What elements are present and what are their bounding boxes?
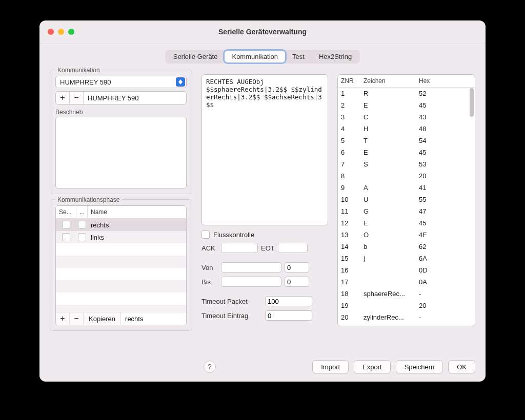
bis-a-input[interactable] — [221, 277, 281, 287]
cell-znr: 3 — [338, 113, 360, 121]
cell-zeichen: C — [360, 113, 416, 121]
table-row[interactable]: 2E45 — [338, 99, 475, 111]
copy-phase-field[interactable] — [121, 312, 186, 325]
von-row: Von — [201, 262, 328, 272]
bis-b-input[interactable] — [285, 277, 309, 287]
hdr-zeichen[interactable]: Zeichen — [360, 77, 416, 85]
table-row[interactable]: 1920 — [338, 300, 475, 311]
table-row[interactable]: 10U55 — [338, 194, 475, 205]
export-button[interactable]: Export — [354, 360, 391, 373]
hdr-hex[interactable]: Hex — [416, 77, 443, 85]
timeout-eintrag-row: Timeout Eintrag — [201, 310, 328, 321]
table-row[interactable]: 9A41 — [338, 182, 475, 194]
tab-hex2string[interactable]: Hex2String — [312, 51, 359, 62]
table-row[interactable]: 13O4F — [338, 229, 475, 241]
remove-phase-button[interactable]: − — [70, 312, 84, 325]
tab-serial-devices[interactable]: Serielle Geräte — [166, 51, 225, 62]
phase-row-check2[interactable] — [78, 221, 86, 229]
copy-phase-field-wrap — [121, 312, 186, 325]
phase-row-name: links — [88, 234, 186, 241]
ack-label: ACK — [201, 244, 218, 252]
phase-hdr-se[interactable]: Se... — [56, 206, 76, 218]
save-button[interactable]: Speichern — [396, 360, 443, 373]
table-row[interactable]: 7S53 — [338, 158, 475, 170]
phase-row — [56, 256, 186, 268]
titlebar: Serielle Geräteverwaltung — [39, 20, 486, 44]
tab-communication[interactable]: Kommunikation — [225, 51, 285, 62]
phase-list: Se... ... Name rechtslinks + − Kopieren — [55, 205, 187, 325]
table-row[interactable]: 1R52 — [338, 88, 475, 99]
table-row[interactable]: 15j6A — [338, 253, 475, 264]
table-row[interactable]: 18sphaereRec...- — [338, 288, 475, 300]
cell-hex: 47 — [416, 207, 443, 215]
cell-znr: 6 — [338, 149, 360, 156]
hdr-znr[interactable]: ZNR — [338, 77, 360, 85]
phase-row-check1[interactable] — [62, 233, 70, 241]
beschrieb-label: Beschrieb — [55, 109, 187, 116]
ack-input[interactable] — [221, 243, 258, 253]
table-row[interactable]: 6E45 — [338, 146, 475, 158]
table-row[interactable]: 160D — [338, 264, 475, 276]
table-row[interactable]: 3C43 — [338, 111, 475, 123]
cell-znr: 2 — [338, 101, 360, 109]
phase-row — [56, 280, 186, 292]
cell-znr: 18 — [338, 290, 360, 298]
tab-test[interactable]: Test — [285, 51, 312, 62]
scrollbar-thumb[interactable] — [470, 88, 474, 117]
table-row[interactable]: 820 — [338, 170, 475, 182]
beschrieb-textarea[interactable] — [55, 117, 187, 188]
table-scrollbar[interactable] — [470, 88, 474, 324]
cell-hex: 0D — [416, 266, 443, 274]
help-button[interactable]: ? — [204, 361, 216, 373]
cell-zeichen: H — [360, 125, 416, 133]
phase-row[interactable]: rechts — [56, 219, 186, 231]
table-row[interactable]: 4H48 — [338, 123, 475, 135]
flusskontrolle-checkbox[interactable] — [201, 230, 210, 239]
window: Serielle Geräteverwaltung Serielle Gerät… — [39, 20, 486, 382]
cell-hex: 53 — [416, 160, 443, 168]
zoom-icon[interactable] — [68, 29, 74, 35]
phase-hdr-dots[interactable]: ... — [76, 206, 88, 218]
cell-zeichen: zylinderRec... — [360, 313, 416, 321]
minimize-icon[interactable] — [58, 29, 64, 35]
device-combo[interactable]: HUMPHREY 590 — [55, 76, 187, 88]
cell-hex: 45 — [416, 149, 443, 156]
cell-zeichen: T — [360, 137, 416, 144]
table-row[interactable]: 12E45 — [338, 217, 475, 229]
cell-znr: 16 — [338, 266, 360, 274]
phase-list-header: Se... ... Name — [56, 206, 186, 219]
phase-row-check2[interactable] — [78, 233, 86, 241]
right-column: ZNR Zeichen Hex 1R522E453C434H485T546E45… — [337, 74, 475, 331]
add-device-button[interactable]: + — [56, 92, 70, 104]
eot-input[interactable] — [278, 243, 308, 253]
timeout-eintrag-input[interactable] — [265, 310, 312, 321]
timeout-packet-label: Timeout Packet — [201, 298, 262, 305]
von-a-input[interactable] — [221, 262, 281, 272]
close-icon[interactable] — [48, 29, 54, 35]
phase-row — [56, 268, 186, 280]
remove-device-button[interactable]: − — [70, 92, 84, 104]
phase-hdr-name[interactable]: Name — [88, 206, 186, 218]
import-button[interactable]: Import — [312, 360, 349, 373]
cell-znr: 12 — [338, 219, 360, 227]
phase-row[interactable]: links — [56, 231, 186, 243]
copy-phase-button[interactable]: Kopieren — [84, 312, 121, 325]
table-row[interactable]: 5T54 — [338, 135, 475, 146]
von-b-input[interactable] — [285, 262, 309, 272]
phase-row-check1[interactable] — [62, 221, 70, 229]
table-row[interactable]: 170A — [338, 276, 475, 288]
code-textarea[interactable]: RECHTES AUGEObj $$sphaereRechts|3.2$$ $$… — [201, 74, 328, 225]
table-row[interactable]: 20zylinderRec...- — [338, 311, 475, 323]
table-row[interactable]: 14b62 — [338, 241, 475, 253]
cell-zeichen: O — [360, 231, 416, 239]
cell-znr: 14 — [338, 243, 360, 250]
ok-button[interactable]: OK — [448, 360, 475, 373]
table-row[interactable]: 11G47 — [338, 205, 475, 217]
cell-hex: - — [416, 313, 443, 321]
timeout-packet-input[interactable] — [265, 296, 312, 306]
phase-list-body: rechtslinks — [56, 219, 186, 312]
add-phase-button[interactable]: + — [56, 312, 70, 325]
cell-zeichen: b — [360, 243, 416, 250]
flusskontrolle-row: Flusskontrolle — [201, 230, 328, 239]
left-column: Kommunikation HUMPHREY 590 + − — [50, 70, 192, 331]
